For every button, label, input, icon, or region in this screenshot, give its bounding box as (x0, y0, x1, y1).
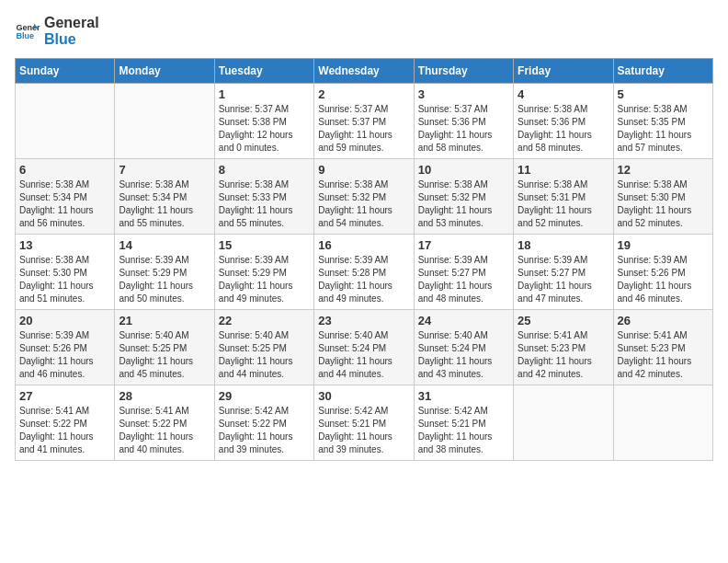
day-number: 28 (119, 389, 210, 403)
day-info: Sunrise: 5:41 AM Sunset: 5:23 PM Dayligh… (518, 329, 609, 381)
day-info: Sunrise: 5:37 AM Sunset: 5:36 PM Dayligh… (418, 103, 509, 155)
day-info: Sunrise: 5:38 AM Sunset: 5:30 PM Dayligh… (19, 254, 110, 305)
calendar-cell: 19Sunrise: 5:39 AM Sunset: 5:26 PM Dayli… (613, 235, 712, 310)
day-number: 23 (318, 314, 409, 327)
weekday-header: Friday (514, 59, 613, 84)
calendar-cell: 23Sunrise: 5:40 AM Sunset: 5:24 PM Dayli… (314, 310, 414, 385)
day-number: 3 (418, 87, 509, 101)
day-info: Sunrise: 5:40 AM Sunset: 5:24 PM Dayligh… (418, 329, 509, 381)
day-number: 21 (119, 314, 210, 327)
day-number: 27 (19, 389, 110, 403)
calendar-cell (514, 385, 613, 461)
calendar-cell: 1Sunrise: 5:37 AM Sunset: 5:38 PM Daylig… (214, 84, 313, 159)
day-number: 2 (318, 87, 409, 101)
day-number: 18 (518, 238, 609, 252)
day-info: Sunrise: 5:38 AM Sunset: 5:30 PM Dayligh… (618, 178, 709, 230)
calendar-cell: 3Sunrise: 5:37 AM Sunset: 5:36 PM Daylig… (414, 84, 513, 159)
day-info: Sunrise: 5:39 AM Sunset: 5:26 PM Dayligh… (618, 254, 709, 305)
day-number: 30 (318, 389, 409, 403)
calendar-cell: 15Sunrise: 5:39 AM Sunset: 5:29 PM Dayli… (214, 235, 313, 310)
day-number: 9 (318, 163, 409, 177)
day-info: Sunrise: 5:38 AM Sunset: 5:34 PM Dayligh… (19, 178, 110, 230)
day-number: 16 (318, 238, 409, 252)
calendar-cell: 17Sunrise: 5:39 AM Sunset: 5:27 PM Dayli… (414, 235, 513, 310)
calendar-cell: 21Sunrise: 5:40 AM Sunset: 5:25 PM Dayli… (115, 310, 214, 385)
day-number: 25 (518, 314, 609, 327)
logo-blue: Blue (44, 31, 99, 48)
day-info: Sunrise: 5:38 AM Sunset: 5:34 PM Dayligh… (119, 178, 210, 230)
day-info: Sunrise: 5:41 AM Sunset: 5:23 PM Dayligh… (618, 329, 709, 381)
day-info: Sunrise: 5:41 AM Sunset: 5:22 PM Dayligh… (119, 405, 210, 456)
day-number: 19 (618, 238, 709, 252)
day-info: Sunrise: 5:40 AM Sunset: 5:25 PM Dayligh… (119, 329, 210, 381)
day-info: Sunrise: 5:38 AM Sunset: 5:31 PM Dayligh… (518, 178, 609, 230)
day-number: 24 (418, 314, 509, 327)
day-number: 13 (19, 238, 110, 252)
day-info: Sunrise: 5:42 AM Sunset: 5:21 PM Dayligh… (418, 405, 509, 456)
calendar-cell: 9Sunrise: 5:38 AM Sunset: 5:32 PM Daylig… (314, 159, 414, 235)
logo-general: General (44, 15, 99, 31)
calendar-cell: 25Sunrise: 5:41 AM Sunset: 5:23 PM Dayli… (514, 310, 613, 385)
weekday-header: Sunday (16, 59, 115, 84)
calendar: SundayMondayTuesdayWednesdayThursdayFrid… (15, 58, 713, 461)
calendar-cell: 14Sunrise: 5:39 AM Sunset: 5:29 PM Dayli… (115, 235, 214, 310)
day-info: Sunrise: 5:37 AM Sunset: 5:37 PM Dayligh… (318, 103, 409, 155)
day-number: 12 (618, 163, 709, 177)
calendar-cell: 18Sunrise: 5:39 AM Sunset: 5:27 PM Dayli… (514, 235, 613, 310)
day-number: 17 (418, 238, 509, 252)
day-info: Sunrise: 5:38 AM Sunset: 5:32 PM Dayligh… (418, 178, 509, 230)
calendar-cell (613, 385, 712, 461)
day-info: Sunrise: 5:37 AM Sunset: 5:38 PM Dayligh… (219, 103, 310, 155)
day-number: 4 (518, 87, 609, 101)
day-number: 15 (219, 238, 310, 252)
calendar-cell: 29Sunrise: 5:42 AM Sunset: 5:22 PM Dayli… (214, 385, 313, 461)
calendar-cell: 28Sunrise: 5:41 AM Sunset: 5:22 PM Dayli… (115, 385, 214, 461)
calendar-cell: 7Sunrise: 5:38 AM Sunset: 5:34 PM Daylig… (115, 159, 214, 235)
day-number: 14 (119, 238, 210, 252)
day-number: 1 (219, 87, 310, 101)
day-number: 11 (518, 163, 609, 177)
logo-icon: General Blue (15, 18, 40, 44)
calendar-cell: 6Sunrise: 5:38 AM Sunset: 5:34 PM Daylig… (16, 159, 115, 235)
day-info: Sunrise: 5:42 AM Sunset: 5:21 PM Dayligh… (318, 405, 409, 456)
calendar-week-row: 1Sunrise: 5:37 AM Sunset: 5:38 PM Daylig… (16, 84, 713, 159)
day-info: Sunrise: 5:39 AM Sunset: 5:29 PM Dayligh… (119, 254, 210, 305)
calendar-cell: 10Sunrise: 5:38 AM Sunset: 5:32 PM Dayli… (414, 159, 513, 235)
day-info: Sunrise: 5:39 AM Sunset: 5:28 PM Dayligh… (318, 254, 409, 305)
day-info: Sunrise: 5:39 AM Sunset: 5:27 PM Dayligh… (518, 254, 609, 305)
page-header: General Blue General Blue (15, 15, 713, 47)
calendar-cell (16, 84, 115, 159)
day-number: 31 (418, 389, 509, 403)
calendar-cell (115, 84, 214, 159)
calendar-cell: 26Sunrise: 5:41 AM Sunset: 5:23 PM Dayli… (613, 310, 712, 385)
calendar-week-row: 20Sunrise: 5:39 AM Sunset: 5:26 PM Dayli… (16, 310, 713, 385)
day-info: Sunrise: 5:38 AM Sunset: 5:36 PM Dayligh… (518, 103, 609, 155)
day-number: 6 (19, 163, 110, 177)
day-number: 22 (219, 314, 310, 327)
day-number: 10 (418, 163, 509, 177)
calendar-cell: 24Sunrise: 5:40 AM Sunset: 5:24 PM Dayli… (414, 310, 513, 385)
calendar-cell: 20Sunrise: 5:39 AM Sunset: 5:26 PM Dayli… (16, 310, 115, 385)
calendar-cell: 13Sunrise: 5:38 AM Sunset: 5:30 PM Dayli… (16, 235, 115, 310)
day-info: Sunrise: 5:38 AM Sunset: 5:33 PM Dayligh… (219, 178, 310, 230)
day-info: Sunrise: 5:39 AM Sunset: 5:26 PM Dayligh… (19, 329, 110, 381)
day-info: Sunrise: 5:40 AM Sunset: 5:25 PM Dayligh… (219, 329, 310, 381)
day-number: 20 (19, 314, 110, 327)
day-info: Sunrise: 5:38 AM Sunset: 5:35 PM Dayligh… (618, 103, 709, 155)
calendar-cell: 22Sunrise: 5:40 AM Sunset: 5:25 PM Dayli… (214, 310, 313, 385)
calendar-week-row: 27Sunrise: 5:41 AM Sunset: 5:22 PM Dayli… (16, 385, 713, 461)
day-info: Sunrise: 5:39 AM Sunset: 5:29 PM Dayligh… (219, 254, 310, 305)
day-number: 5 (618, 87, 709, 101)
weekday-header: Thursday (414, 59, 513, 84)
day-number: 26 (618, 314, 709, 327)
calendar-cell: 2Sunrise: 5:37 AM Sunset: 5:37 PM Daylig… (314, 84, 414, 159)
logo: General Blue General Blue (15, 15, 99, 47)
day-info: Sunrise: 5:38 AM Sunset: 5:32 PM Dayligh… (318, 178, 409, 230)
calendar-cell: 27Sunrise: 5:41 AM Sunset: 5:22 PM Dayli… (16, 385, 115, 461)
calendar-cell: 12Sunrise: 5:38 AM Sunset: 5:30 PM Dayli… (613, 159, 712, 235)
calendar-cell: 31Sunrise: 5:42 AM Sunset: 5:21 PM Dayli… (414, 385, 513, 461)
day-info: Sunrise: 5:42 AM Sunset: 5:22 PM Dayligh… (219, 405, 310, 456)
calendar-cell: 8Sunrise: 5:38 AM Sunset: 5:33 PM Daylig… (214, 159, 313, 235)
day-info: Sunrise: 5:40 AM Sunset: 5:24 PM Dayligh… (318, 329, 409, 381)
calendar-cell: 11Sunrise: 5:38 AM Sunset: 5:31 PM Dayli… (514, 159, 613, 235)
